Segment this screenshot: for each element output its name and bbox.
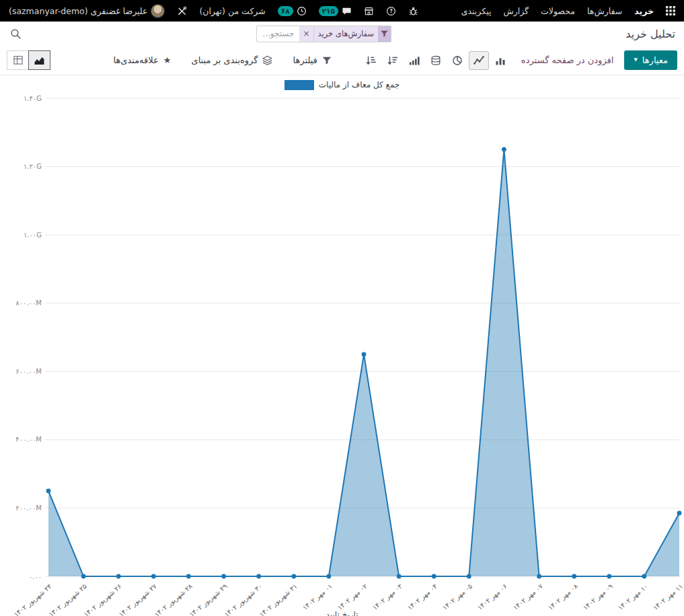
stacked-icon: [430, 55, 441, 66]
filters-dropdown[interactable]: فیلترها: [293, 55, 331, 65]
x-axis-title: تاریخ تایید: [326, 610, 358, 616]
search-side: [0, 28, 31, 40]
group-by-dropdown[interactable]: گروه‌بندی بر مبنای: [191, 55, 272, 65]
menu-reporting[interactable]: گزارش: [497, 0, 535, 22]
group-by-label: گروه‌بندی بر مبنای: [191, 55, 258, 65]
bug-menu-button[interactable]: [402, 0, 424, 22]
measures-button[interactable]: معیارها ▼: [624, 50, 677, 70]
star-icon: ★: [163, 56, 172, 65]
messages-count-badge: ۲۱۵: [319, 6, 338, 16]
cumulative-bars-icon: [409, 55, 420, 66]
chart-canvas: ۰.۰۰۲۰۰.۰۰M۴۰۰.۰۰M۶۰۰.۰۰M۸۰۰.۰۰M۱.۰۰G۱.۲…: [0, 94, 684, 616]
user-name: علیرضا غضنفری (sazmanyar-demo): [9, 6, 147, 16]
favorites-dropdown[interactable]: ★ علاقه‌مندی‌ها: [113, 55, 171, 65]
current-app-button[interactable]: خرید: [628, 0, 660, 22]
svg-text:۱.۰۰G: ۱.۰۰G: [24, 231, 42, 239]
favorites-label: علاقه‌مندی‌ها: [113, 55, 158, 65]
svg-text:۱.۲۰G: ۱.۲۰G: [24, 163, 42, 170]
svg-text:۲۰۰.۰۰M: ۲۰۰.۰۰M: [15, 504, 42, 512]
line-chart-icon: [473, 55, 484, 66]
caret-down-icon: ▼: [634, 58, 637, 63]
area-chart[interactable]: ۰.۰۰۲۰۰.۰۰M۴۰۰.۰۰M۶۰۰.۰۰M۸۰۰.۰۰M۱.۰۰G۱.۲…: [0, 94, 684, 616]
bar-chart-button[interactable]: [490, 51, 510, 70]
search-row: تحلیل خرید سفارش‌های خرید × جستجو...: [0, 22, 684, 46]
view-switcher: [7, 50, 50, 70]
company-switcher[interactable]: شرکت من (تهران): [193, 0, 271, 22]
bug-icon: [408, 6, 418, 16]
apps-menu-button[interactable]: [660, 0, 681, 22]
user-avatar: [151, 4, 165, 18]
filters-label: فیلترها: [293, 55, 317, 65]
sort-descending-button[interactable]: [383, 51, 403, 70]
facet-remove-button[interactable]: ×: [299, 26, 313, 42]
filter-funnel-icon: [322, 56, 332, 65]
sort-descending-icon: [387, 55, 398, 66]
pie-chart-button[interactable]: [447, 51, 467, 70]
menu-products[interactable]: محصولات: [535, 0, 581, 22]
legend-swatch: [284, 80, 314, 90]
building-icon: [364, 6, 374, 16]
page-title: تحلیل خرید: [617, 28, 684, 40]
tools-menu-button[interactable]: [171, 0, 193, 22]
measures-label: معیارها: [642, 55, 668, 65]
graph-view-icon: [34, 55, 45, 65]
odoo-purchase-analysis-page: خرید سفارش‌ها محصولات گزارش پیکربندی: [0, 0, 684, 616]
pie-chart-icon: [452, 55, 463, 66]
sort-ascending-button[interactable]: [361, 51, 381, 70]
facet-funnel-icon: [378, 26, 391, 42]
svg-text:۱.۴۰G: ۱.۴۰G: [24, 95, 42, 102]
systray: ? ۲۱۵: [3, 0, 424, 22]
activities-count-badge: ۶۸: [278, 6, 293, 16]
stacked-toggle-button[interactable]: [426, 51, 446, 70]
svg-text:۴۰۰.۰۰M: ۴۰۰.۰۰M: [15, 436, 42, 443]
search-area: سفارش‌های خرید × جستجو...: [31, 26, 617, 42]
menu-configuration[interactable]: پیکربندی: [455, 0, 498, 22]
apps-grid-icon: [666, 6, 675, 15]
tools-icon: [177, 6, 187, 16]
svg-text:۰.۰۰: ۰.۰۰: [29, 573, 42, 580]
svg-text:?: ?: [389, 8, 393, 14]
enterprise-button[interactable]: [358, 0, 380, 22]
messages-button[interactable]: ۲۱۵: [313, 0, 358, 22]
search-input-box[interactable]: سفارش‌های خرید × جستجو...: [256, 26, 391, 42]
svg-text:۶۰۰.۰۰M: ۶۰۰.۰۰M: [15, 368, 42, 375]
legend-label: جمع کل معاف از مالیات: [319, 80, 400, 89]
line-chart-button[interactable]: [469, 51, 489, 70]
speech-bubble-icon: [342, 6, 352, 16]
insert-in-spreadsheet-button[interactable]: افزودن در صفحه گسترده: [516, 51, 619, 69]
pivot-view-button[interactable]: [7, 50, 29, 70]
svg-text:۸۰۰.۰۰M: ۸۰۰.۰۰M: [15, 299, 42, 307]
menu-orders[interactable]: سفارش‌ها: [581, 0, 628, 22]
activities-button[interactable]: ۶۸: [272, 0, 313, 22]
cumulative-toggle-button[interactable]: [404, 51, 424, 70]
sort-ascending-icon: [366, 55, 377, 66]
clock-icon: [297, 6, 307, 16]
bar-chart-icon: [495, 55, 506, 66]
search-options: فیلترها گروه‌بندی بر مبنای ★ علاقه‌مندی‌…: [113, 55, 331, 65]
chart-legend[interactable]: جمع کل معاف از مالیات: [0, 75, 684, 94]
search-icon[interactable]: [10, 28, 22, 40]
chart-type-toolbar: [361, 51, 510, 70]
graph-view-button[interactable]: [28, 50, 50, 70]
facet-label: سفارش‌های خرید: [314, 26, 378, 42]
help-button[interactable]: ?: [380, 0, 402, 22]
help-icon: ?: [386, 6, 396, 16]
search-input[interactable]: جستجو...: [257, 29, 299, 38]
control-panel: معیارها ▼ افزودن در صفحه گسترده: [0, 46, 684, 75]
search-facet[interactable]: سفارش‌های خرید ×: [299, 26, 391, 42]
top-navbar: خرید سفارش‌ها محصولات گزارش پیکربندی: [0, 0, 684, 22]
pivot-view-icon: [13, 55, 24, 65]
user-menu[interactable]: علیرضا غضنفری (sazmanyar-demo): [3, 0, 171, 22]
layers-icon: [262, 55, 272, 65]
main-menus: خرید سفارش‌ها محصولات گزارش پیکربندی: [455, 0, 681, 22]
